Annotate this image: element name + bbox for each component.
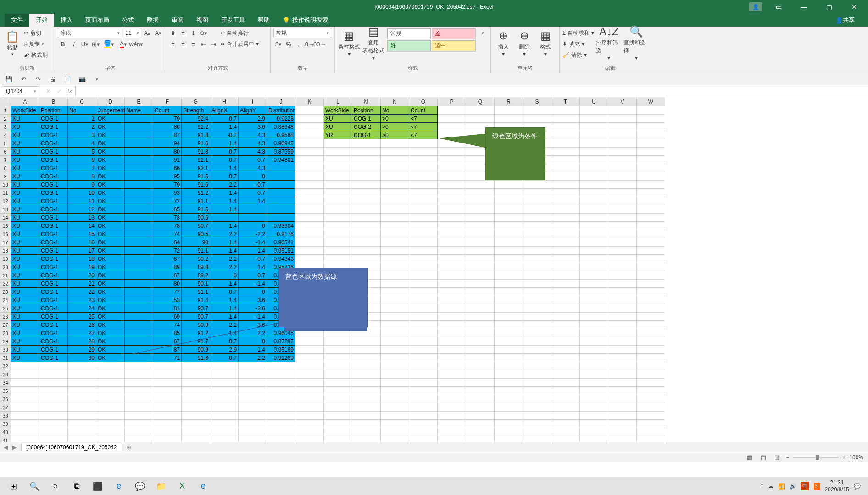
cell[interactable]: COG-1 (39, 181, 68, 189)
cell[interactable] (239, 420, 267, 428)
cell[interactable] (182, 403, 210, 412)
cell[interactable] (438, 280, 466, 288)
cell[interactable]: 74 (153, 230, 182, 238)
cell[interactable]: XU (11, 271, 39, 280)
cell[interactable] (381, 370, 409, 379)
cell[interactable] (39, 395, 68, 403)
cell[interactable]: XU (324, 115, 352, 123)
cell[interactable]: 0.7 (210, 172, 239, 181)
cell[interactable]: XU (11, 205, 39, 214)
cell[interactable] (551, 354, 580, 362)
cell[interactable] (125, 247, 153, 255)
cell[interactable] (495, 222, 523, 230)
cell[interactable] (11, 370, 39, 379)
font-size-select[interactable]: 11▾ (123, 28, 141, 38)
maximize-icon[interactable]: ▢ (820, 3, 838, 11)
cell[interactable] (495, 230, 523, 238)
cell[interactable] (523, 412, 551, 420)
cell[interactable] (637, 189, 665, 197)
cell[interactable] (551, 164, 580, 172)
cell[interactable]: -2.2 (239, 230, 267, 238)
cell[interactable] (523, 321, 551, 329)
page-break-view-button[interactable]: ▥ (772, 452, 782, 462)
cell[interactable] (637, 106, 665, 115)
cell[interactable] (381, 387, 409, 395)
cell[interactable] (495, 296, 523, 304)
cell[interactable] (466, 106, 495, 115)
cell[interactable] (523, 288, 551, 296)
autosum-button[interactable]: Σ 自动求和 ▾ (562, 28, 594, 38)
cell[interactable]: XU (11, 238, 39, 247)
cell[interactable] (210, 420, 239, 428)
cell[interactable] (580, 403, 608, 412)
cell[interactable] (295, 387, 324, 395)
fx-icon[interactable]: fx (64, 88, 75, 94)
onedrive-icon[interactable]: ☁ (768, 483, 773, 490)
cell[interactable] (637, 313, 665, 321)
cell[interactable] (551, 362, 580, 370)
cell[interactable] (125, 148, 153, 156)
cell[interactable] (409, 164, 438, 172)
insert-cells-button[interactable]: ⊕插入▾ (494, 28, 513, 58)
cell[interactable]: 1.4 (210, 123, 239, 131)
row-header[interactable]: 20 (0, 263, 11, 271)
cell[interactable] (295, 205, 324, 214)
cell[interactable]: XU (11, 214, 39, 222)
wechat-icon[interactable]: 💬 (129, 477, 150, 495)
cell[interactable] (295, 230, 324, 238)
cell[interactable] (352, 428, 381, 436)
cell[interactable] (295, 164, 324, 172)
cell[interactable] (495, 263, 523, 271)
cell[interactable] (608, 172, 637, 181)
cell[interactable] (125, 370, 153, 379)
cell[interactable] (153, 412, 182, 420)
cell[interactable] (523, 329, 551, 337)
cell[interactable] (495, 271, 523, 280)
cell[interactable]: 12 (68, 205, 96, 214)
row-header[interactable]: 3 (0, 123, 11, 131)
cell[interactable]: OK (96, 255, 125, 263)
cell[interactable]: XU (11, 304, 39, 313)
cut-button[interactable]: ✂剪切 (24, 28, 48, 38)
border-button[interactable]: ⊞▾ (91, 39, 101, 49)
cell[interactable] (39, 403, 68, 412)
cell[interactable] (580, 387, 608, 395)
cell[interactable] (267, 403, 295, 412)
cell[interactable] (153, 403, 182, 412)
cell[interactable] (39, 379, 68, 387)
cell[interactable] (295, 436, 324, 442)
row-header[interactable]: 7 (0, 156, 11, 164)
cell[interactable] (11, 403, 39, 412)
cell[interactable]: 24 (68, 304, 96, 313)
cell[interactable] (466, 346, 495, 354)
cell[interactable]: -0.7 (239, 255, 267, 263)
cell[interactable]: OK (96, 304, 125, 313)
cell[interactable]: 0.94801 (267, 156, 295, 164)
cell[interactable]: 8 (68, 172, 96, 181)
cell[interactable] (523, 205, 551, 214)
cell[interactable]: OK (96, 329, 125, 337)
cell[interactable] (125, 362, 153, 370)
cell[interactable]: 87 (153, 131, 182, 139)
cell[interactable]: XU (11, 156, 39, 164)
cell[interactable] (267, 172, 295, 181)
cell[interactable] (466, 247, 495, 255)
cell[interactable] (580, 205, 608, 214)
cell[interactable] (551, 379, 580, 387)
cell[interactable]: 0.7 (210, 156, 239, 164)
cell[interactable] (381, 255, 409, 263)
cell[interactable] (551, 403, 580, 412)
cell[interactable]: OK (96, 156, 125, 164)
cell[interactable]: COG-1 (39, 321, 68, 329)
cell[interactable] (381, 164, 409, 172)
cell[interactable] (551, 189, 580, 197)
cell[interactable] (182, 387, 210, 395)
cell[interactable] (580, 337, 608, 346)
cell[interactable] (580, 181, 608, 189)
cell[interactable] (551, 123, 580, 131)
cell[interactable] (438, 321, 466, 329)
cell[interactable] (523, 304, 551, 313)
align-left-button[interactable]: ≡ (168, 39, 178, 49)
cell[interactable] (125, 197, 153, 205)
cell[interactable] (637, 181, 665, 189)
